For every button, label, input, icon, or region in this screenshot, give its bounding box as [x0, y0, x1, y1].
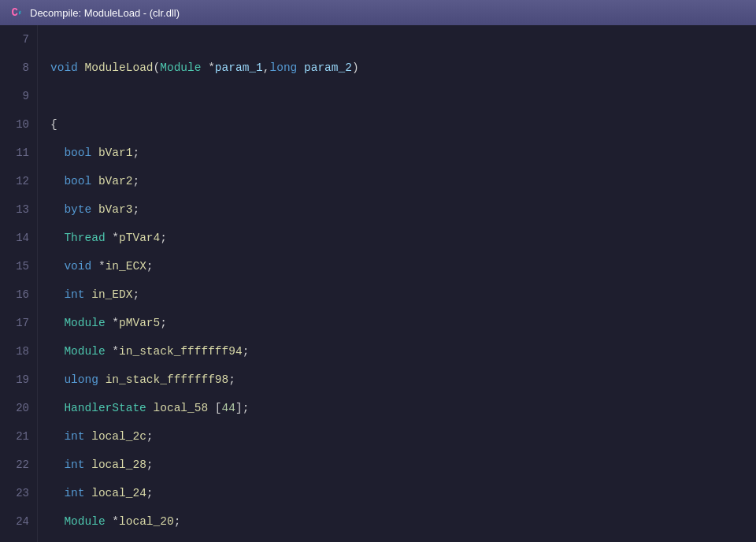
code-token: Thread [64, 232, 105, 244]
code-line: { [50, 110, 756, 139]
code-token: ; [132, 288, 139, 301]
line-number: 11 [0, 139, 37, 167]
code-token [50, 288, 64, 301]
code-line: bool bVar1; [50, 139, 756, 167]
code-line: int local_2c; [50, 422, 756, 451]
line-number: 10 [0, 110, 37, 139]
code-token: ; [160, 232, 167, 244]
code-token: bVar1 [98, 147, 133, 159]
code-token [50, 203, 64, 216]
code-token: ; [174, 515, 181, 528]
code-token: * [91, 260, 105, 273]
line-number: 19 [0, 366, 37, 394]
code-line: bool bVar2; [50, 167, 756, 195]
code-token: long [269, 61, 297, 74]
line-number: 21 [0, 422, 37, 451]
code-token [85, 458, 92, 471]
code-token: * [201, 61, 214, 74]
code-token: { [50, 118, 57, 131]
code-line: Thread *pTVar4; [50, 224, 756, 252]
code-token: * [106, 515, 119, 528]
code-token: * [106, 232, 119, 244]
code-token: local_28 [91, 458, 146, 471]
code-token [50, 402, 64, 414]
code-token: bool [64, 147, 91, 159]
window-title: Decompile: ModuleLoad - (clr.dll) [30, 7, 180, 19]
code-token: Module [64, 317, 105, 329]
line-number: 12 [0, 167, 37, 195]
title-bar: C♯ Decompile: ModuleLoad - (clr.dll) [0, 0, 756, 25]
code-token: ; [228, 373, 235, 386]
code-token: ; [132, 175, 139, 187]
code-line: Module *pMVar5; [50, 309, 756, 337]
code-line: void *in_ECX; [50, 252, 756, 280]
code-line [50, 82, 756, 110]
code-token [50, 317, 64, 329]
code-token: in_EDX [91, 288, 132, 301]
code-line: Module *in_stack_fffffff94; [50, 337, 756, 366]
code-token: ulong [64, 373, 98, 386]
code-token: , [263, 61, 270, 74]
code-token: int [64, 430, 84, 443]
code-token: void [64, 260, 91, 273]
code-token [91, 203, 98, 216]
line-number: 18 [0, 337, 37, 366]
code-token: ; [160, 317, 167, 329]
line-number: 17 [0, 309, 37, 337]
code-token: ; [132, 147, 139, 159]
code-token [50, 345, 64, 358]
code-content: void ModuleLoad(Module *param_1,long par… [38, 25, 756, 542]
code-line: HandlerState local_58 [44]; [50, 394, 756, 422]
code-line: void ModuleLoad(Module *param_1,long par… [50, 54, 756, 82]
code-token [85, 288, 92, 301]
code-token: ; [243, 345, 250, 358]
code-token [50, 458, 64, 471]
code-token: [ [208, 402, 221, 414]
code-token: Module [160, 61, 201, 74]
code-token [98, 373, 106, 386]
code-token: int [64, 288, 84, 301]
code-token: ModuleLoad [85, 61, 154, 74]
code-token: HandlerState [64, 402, 146, 414]
code-line [50, 25, 756, 54]
code-token: int [64, 487, 84, 499]
code-line: byte bVar3; [50, 195, 756, 224]
line-number: 23 [0, 479, 37, 507]
line-number: 15 [0, 252, 37, 280]
code-token: * [106, 317, 119, 329]
code-token: int [64, 458, 84, 471]
code-token: * [106, 345, 119, 358]
code-token: local_20 [119, 515, 174, 528]
code-token: Module [64, 515, 105, 528]
line-number: 9 [0, 82, 37, 110]
code-token: bVar2 [98, 175, 133, 187]
app-icon: C♯ [9, 6, 24, 20]
line-numbers-gutter: 789101112131415161718192021222324 [0, 25, 38, 542]
code-token: ; [146, 430, 154, 443]
code-line: Module *local_20; [50, 507, 756, 536]
code-token: ; [132, 203, 139, 216]
code-line: ulong in_stack_fffffff98; [50, 366, 756, 394]
code-token [91, 147, 98, 159]
code-token: ; [146, 260, 154, 273]
editor-area: 789101112131415161718192021222324 void M… [0, 25, 756, 542]
code-token [85, 487, 92, 499]
code-token: in_stack_fffffff98 [106, 373, 229, 386]
code-token: Module [64, 345, 105, 358]
code-token: local_24 [91, 487, 146, 499]
line-number: 24 [0, 507, 37, 536]
line-number: 8 [0, 54, 37, 82]
code-token [50, 430, 64, 443]
code-token: bVar3 [98, 203, 133, 216]
code-token: local_2c [91, 430, 146, 443]
code-token [50, 147, 64, 159]
code-token [297, 61, 304, 74]
line-number: 22 [0, 451, 37, 479]
code-token: pTVar4 [119, 232, 160, 244]
line-number: 7 [0, 25, 37, 54]
line-number: 16 [0, 280, 37, 309]
code-token: 44 [222, 402, 235, 414]
line-number: 14 [0, 224, 37, 252]
code-token: in_stack_fffffff94 [119, 345, 243, 358]
code-token: local_58 [154, 402, 209, 414]
